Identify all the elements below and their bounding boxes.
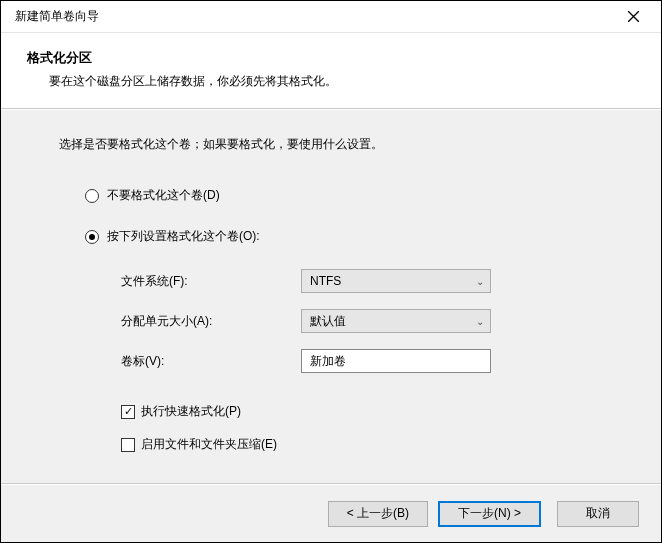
volume-label-row: 卷标(V): 新加卷: [121, 349, 603, 373]
quick-format-checkbox[interactable]: 执行快速格式化(P): [121, 403, 603, 420]
volume-label-input[interactable]: 新加卷: [301, 349, 491, 373]
cancel-button[interactable]: 取消: [557, 501, 639, 527]
filesystem-label: 文件系统(F):: [121, 273, 301, 290]
chevron-down-icon: ⌄: [476, 316, 484, 327]
allocation-row: 分配单元大小(A): 默认值 ⌄: [121, 309, 603, 333]
allocation-value: 默认值: [310, 313, 346, 330]
allocation-label: 分配单元大小(A):: [121, 313, 301, 330]
volume-label-value: 新加卷: [310, 353, 346, 370]
radio-no-format[interactable]: 不要格式化这个卷(D): [85, 187, 603, 204]
window-title: 新建简单卷向导: [15, 8, 613, 25]
radio-icon: [85, 230, 99, 244]
radio-icon: [85, 189, 99, 203]
wizard-window: 新建简单卷向导 格式化分区 要在这个磁盘分区上储存数据，你必须先将其格式化。 选…: [0, 0, 662, 543]
radio-format[interactable]: 按下列设置格式化这个卷(O):: [85, 228, 603, 245]
header-area: 格式化分区 要在这个磁盘分区上储存数据，你必须先将其格式化。: [1, 33, 661, 109]
close-icon: [628, 11, 639, 22]
checkbox-icon: [121, 438, 135, 452]
radio-format-label: 按下列设置格式化这个卷(O):: [107, 228, 260, 245]
allocation-select[interactable]: 默认值 ⌄: [301, 309, 491, 333]
instruction-text: 选择是否要格式化这个卷；如果要格式化，要使用什么设置。: [59, 136, 603, 153]
next-button[interactable]: 下一步(N) >: [438, 501, 541, 527]
volume-label-label: 卷标(V):: [121, 353, 301, 370]
format-options: 文件系统(F): NTFS ⌄ 分配单元大小(A): 默认值 ⌄ 卷标(V): …: [121, 269, 603, 373]
close-button[interactable]: [613, 1, 653, 32]
back-button[interactable]: < 上一步(B): [328, 501, 428, 527]
footer: < 上一步(B) 下一步(N) > 取消: [1, 484, 661, 542]
checkbox-icon: [121, 405, 135, 419]
radio-no-format-label: 不要格式化这个卷(D): [107, 187, 220, 204]
body-area: 选择是否要格式化这个卷；如果要格式化，要使用什么设置。 不要格式化这个卷(D) …: [1, 109, 661, 484]
chevron-down-icon: ⌄: [476, 276, 484, 287]
page-subtitle: 要在这个磁盘分区上储存数据，你必须先将其格式化。: [49, 73, 635, 90]
compress-checkbox[interactable]: 启用文件和文件夹压缩(E): [121, 436, 603, 453]
filesystem-value: NTFS: [310, 274, 341, 288]
filesystem-select[interactable]: NTFS ⌄: [301, 269, 491, 293]
titlebar: 新建简单卷向导: [1, 1, 661, 33]
filesystem-row: 文件系统(F): NTFS ⌄: [121, 269, 603, 293]
page-title: 格式化分区: [27, 49, 635, 67]
compress-label: 启用文件和文件夹压缩(E): [141, 436, 277, 453]
quick-format-label: 执行快速格式化(P): [141, 403, 241, 420]
